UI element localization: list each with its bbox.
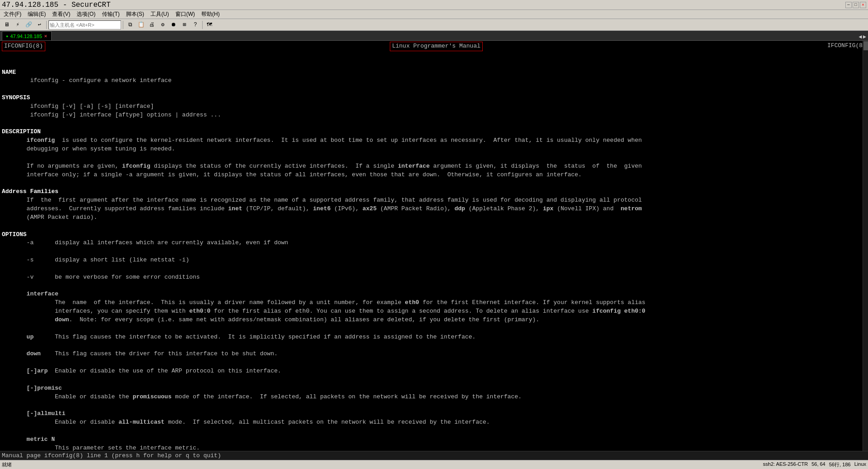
tab-nav-right[interactable]: ►: [863, 34, 866, 40]
toolbar-separator-3: [202, 21, 203, 29]
settings-button[interactable]: ⚙: [158, 20, 168, 30]
line-blank-8: [2, 265, 5, 272]
line-synopsis-1: ifconfig [-v] [-a] [-s] [interface]: [2, 103, 154, 110]
line-synopsis-2: ifconfig [-v] interface [aftype] options…: [2, 111, 221, 118]
line-blank-5: [2, 180, 5, 187]
active-tab[interactable]: ● 47.94.128.185 ✕: [2, 31, 52, 40]
scrollbar-thumb[interactable]: [863, 41, 868, 50]
line-blank-15: [2, 427, 5, 434]
tab-close-button[interactable]: ✕: [44, 34, 48, 39]
line-opt-arp: [-]arp Enable or disable the use of the …: [2, 367, 281, 374]
line-opt-promisc: [-]promisc: [2, 385, 62, 392]
line-blank-1: [2, 60, 5, 67]
line-opt-s: -s display a short list (like netstat -i…: [2, 256, 189, 263]
line-addrfam: Address Families: [2, 188, 58, 195]
man-page-header: IFCONFIG(8) Linux Programmer's Manual IF…: [2, 42, 866, 51]
tab-label: 47.94.128.185: [10, 34, 42, 39]
statusbar-position: 56, 64: [811, 461, 825, 468]
line-options: OPTIONS: [2, 231, 27, 238]
line-blank-11: [2, 342, 5, 349]
line-opt-v: -v be more verbose for some error condit…: [2, 274, 200, 280]
line-blank-2: [2, 86, 5, 92]
line-opt-metric: metric N: [2, 436, 55, 443]
tab-nav-left[interactable]: ◄: [859, 34, 862, 40]
menu-script[interactable]: 脚本(S): [124, 10, 146, 19]
line-addrfam-3: (AMPR Packet radio).: [2, 214, 97, 221]
menu-tools[interactable]: 工具(U): [149, 10, 171, 19]
statusbar-lines: 56行, 186: [829, 461, 851, 468]
man-header-left: IFCONFIG(8): [2, 42, 45, 51]
line-synopsis: SYNOPSIS: [2, 94, 30, 101]
line-blank-10: [2, 325, 5, 332]
menu-view[interactable]: 查看(V): [50, 10, 72, 19]
copy-button[interactable]: ⧉: [125, 20, 135, 30]
line-desc-1: ifconfig is used to configure the kernel…: [2, 137, 642, 144]
disconnect-button[interactable]: ↩: [34, 20, 44, 30]
line-blank-12: [2, 359, 5, 366]
line-opt-allmulti-1: Enable or disable all-multicast mode. If…: [2, 419, 490, 425]
terminal-status-text: Manual page ifconfig(8) line 1 (press h …: [2, 452, 221, 459]
line-opt-a: -a display all interfaces which are curr…: [2, 239, 288, 246]
line-opt-metric-1: This parameter sets the interface metric…: [2, 445, 200, 451]
new-session-button[interactable]: 🖥: [2, 20, 12, 30]
lightning-button[interactable]: ⚡: [13, 20, 23, 30]
status-bar: 就绪 ssh2: AES-256-CTR 56, 64 56行, 186 Lin…: [0, 460, 868, 469]
close-button[interactable]: ✕: [860, 2, 866, 8]
terminal-content: NAME ifconfig - configure a network inte…: [2, 51, 866, 451]
statusbar-ready: 就绪: [2, 461, 763, 468]
minimize-button[interactable]: ─: [845, 2, 852, 8]
line-blank-14: [2, 401, 5, 408]
print-button[interactable]: 🖨: [147, 20, 157, 30]
line-opt-down: down This flag causes the driver for thi…: [2, 350, 278, 357]
menu-bar: 文件(F) 编辑(E) 查看(V) 选项(O) 传输(T) 脚本(S) 工具(U…: [0, 10, 868, 19]
line-blank-3: [2, 120, 5, 127]
record-button[interactable]: ⏺: [169, 20, 179, 30]
line-opt-iface-2: interfaces, you can specify them with et…: [2, 308, 645, 314]
menu-window[interactable]: 窗口(W): [174, 10, 197, 19]
help-button[interactable]: ?: [190, 20, 200, 30]
menu-transfer[interactable]: 传输(T): [100, 10, 121, 19]
statusbar-session: ssh2: AES-256-CTR: [763, 461, 808, 468]
window-title: 47.94.128.185 - SecureCRT: [2, 1, 111, 9]
statusbar-info: ssh2: AES-256-CTR 56, 64 56行, 186 Linux: [763, 461, 866, 468]
line-blank-6: [2, 222, 5, 229]
line-opt-promisc-1: Enable or disable the promiscuous mode o…: [2, 393, 522, 400]
line-name-desc: ifconfig - configure a network interface: [2, 77, 171, 84]
hostname-input[interactable]: [48, 20, 121, 29]
maximize-button[interactable]: □: [853, 2, 859, 8]
man-header-center: Linux Programmer's Manual: [390, 42, 483, 51]
terminal-status-line: Manual page ifconfig(8) line 1 (press h …: [0, 451, 868, 460]
line-blank-9: [2, 282, 5, 289]
window-controls[interactable]: ─ □ ✕: [845, 2, 866, 8]
line-opt-allmulti: [-]allmulti: [2, 410, 65, 417]
menu-file[interactable]: 文件(F): [2, 10, 23, 19]
paste-button[interactable]: 📋: [136, 20, 146, 30]
line-desc-4: interface only; if a single -a argument …: [2, 171, 582, 178]
line-opt-iface: interface: [2, 290, 58, 297]
map-button[interactable]: 🗺: [204, 20, 214, 30]
line-name: NAME: [2, 69, 16, 76]
terminal-area[interactable]: IFCONFIG(8) Linux Programmer's Manual IF…: [0, 41, 868, 451]
title-bar: 47.94.128.185 - SecureCRT ─ □ ✕: [0, 0, 868, 10]
line-blank-4: [2, 154, 5, 161]
connect-button[interactable]: 🔗: [24, 20, 34, 30]
line-desc-2: debugging or when system tuning is neede…: [2, 145, 175, 152]
line-opt-up: up This flag causes the interface to be …: [2, 334, 475, 340]
menu-help[interactable]: 帮助(H): [199, 10, 222, 19]
line-description: DESCRIPTION: [2, 128, 41, 135]
scrollbar[interactable]: [863, 41, 868, 451]
tab-navigation: ◄ ►: [859, 34, 866, 40]
line-addrfam-2: addresses. Currently supported address f…: [2, 205, 642, 212]
line-desc-3: If no arguments are given, ifconfig disp…: [2, 163, 642, 169]
menu-edit[interactable]: 编辑(E): [26, 10, 48, 19]
filter-button[interactable]: ⊞: [179, 20, 189, 30]
line-opt-iface-1: The name of the interface. This is usual…: [2, 299, 645, 306]
line-opt-iface-3: down. Note: for every scope (i.e. same n…: [2, 316, 539, 323]
man-header-right: IFCONFIG(8): [827, 42, 866, 51]
toolbar: 🖥 ⚡ 🔗 ↩ ⧉ 📋 🖨 ⚙ ⏺ ⊞ ? 🗺: [0, 19, 868, 31]
line-addrfam-1: If the first argument after the interfac…: [2, 197, 642, 203]
statusbar-encoding: Linux: [854, 461, 866, 468]
tab-bar: ● 47.94.128.185 ✕ ◄ ►: [0, 31, 868, 41]
menu-options[interactable]: 选项(O): [75, 10, 97, 19]
line-blank-13: [2, 376, 5, 383]
